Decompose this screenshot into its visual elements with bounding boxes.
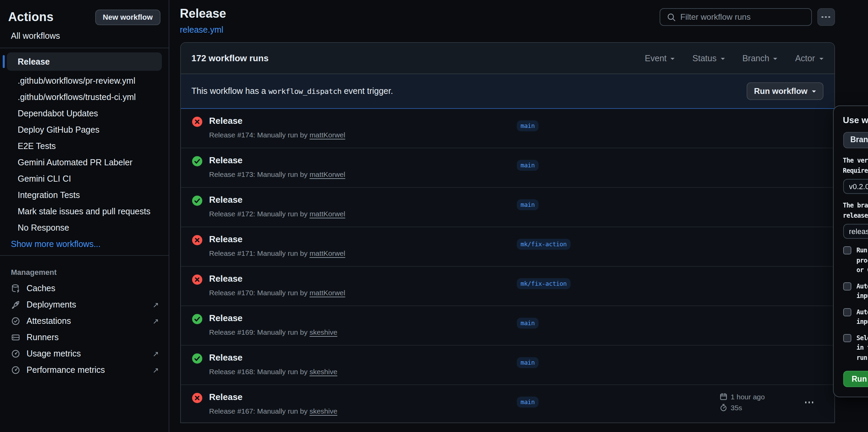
- management-item-caches[interactable]: Caches: [0, 280, 168, 297]
- run-actor-link[interactable]: mattKorwel: [309, 288, 345, 297]
- sidebar-workflow-item-no-response[interactable]: No Response: [7, 220, 161, 236]
- success-status-icon: [191, 156, 202, 178]
- workflow-file-link[interactable]: release.yml: [180, 25, 223, 35]
- run-actor-link[interactable]: mattKorwel: [309, 170, 345, 178]
- branch-badge[interactable]: mk/fix-action: [516, 239, 571, 250]
- run-description: Release #170: Manually run by mattKorwel: [209, 288, 345, 297]
- run-actor-link[interactable]: mattKorwel: [309, 131, 345, 139]
- sidebar: Actions New workflow All workflows Relea…: [0, 0, 169, 432]
- workflow-run-row[interactable]: Release Release #167: Manually run by sk…: [181, 385, 834, 423]
- checkbox[interactable]: [843, 334, 851, 342]
- checkbox-option[interactable]: Auto apply the nightly release tag, inpu…: [843, 281, 868, 301]
- run-name-link[interactable]: Release: [209, 273, 345, 284]
- run-description: Release #174: Manually run by mattKorwel: [209, 131, 345, 139]
- run-description: Release #173: Manually run by mattKorwel: [209, 170, 345, 178]
- workflow-run-row[interactable]: Release Release #172: Manually run by ma…: [181, 188, 834, 227]
- branch-selector-button[interactable]: Branch: main: [843, 132, 868, 148]
- success-status-icon: [191, 195, 202, 218]
- filter-workflow-runs-box[interactable]: [659, 8, 812, 26]
- run-workflow-panel: Use workflow from Branch: main The versi…: [833, 105, 868, 397]
- version-input[interactable]: [843, 179, 868, 194]
- sidebar-workflow-item-deploy-github-pages[interactable]: Deploy GitHub Pages: [7, 122, 161, 138]
- management-item-deployments[interactable]: Deployments ↗: [0, 297, 168, 313]
- branch-badge[interactable]: mk/fix-action: [516, 278, 571, 289]
- workflow-run-row[interactable]: Release Release #171: Manually run by ma…: [181, 227, 834, 267]
- run-kebab-button[interactable]: [805, 401, 814, 403]
- success-status-icon: [191, 353, 202, 376]
- workflow-options-kebab-button[interactable]: [817, 8, 835, 26]
- run-name-link[interactable]: Release: [209, 391, 337, 403]
- run-actor-link[interactable]: skeshive: [309, 407, 337, 415]
- run-name-link[interactable]: Release: [209, 154, 345, 166]
- run-name-link[interactable]: Release: [209, 233, 345, 245]
- branch-badge[interactable]: main: [516, 357, 539, 368]
- sidebar-workflow-item-gemini-cli-ci[interactable]: Gemini CLI CI: [7, 171, 161, 187]
- run-actor-link[interactable]: skeshive: [309, 367, 337, 376]
- run-name-link[interactable]: Release: [209, 194, 345, 205]
- branch-badge[interactable]: main: [516, 397, 539, 408]
- management-item-attestations[interactable]: Attestations ↗: [0, 313, 168, 329]
- workflow-run-row[interactable]: Release Release #169: Manually run by sk…: [181, 306, 834, 346]
- checkbox-option[interactable]: Select to skip the "Run Tests" step in t…: [843, 333, 868, 363]
- workflow-dispatch-banner-text: This workflow has a workflow_dispatch ev…: [191, 86, 393, 96]
- management-item-runners[interactable]: Runners: [0, 329, 168, 346]
- show-more-workflows-link[interactable]: Show more workflows...: [0, 236, 168, 255]
- filter-menu-event[interactable]: Event: [645, 53, 675, 63]
- runs-count-label: 172 workflow runs: [191, 53, 269, 63]
- run-actor-link[interactable]: mattKorwel: [309, 249, 345, 257]
- management-item-performance-metrics[interactable]: Performance metrics ↗: [0, 362, 168, 378]
- sidebar-title: Actions: [8, 10, 53, 24]
- server-icon: [11, 333, 20, 342]
- filter-menu-branch[interactable]: Branch: [742, 53, 777, 63]
- sidebar-divider: [0, 255, 168, 256]
- branch-badge[interactable]: main: [516, 199, 539, 210]
- sidebar-workflow-item-e2e-tests[interactable]: E2E Tests: [7, 138, 161, 154]
- sidebar-workflow-item--github-workflows-trusted-ci-yml[interactable]: .github/workflows/trusted-ci.yml: [7, 89, 161, 105]
- management-item-usage-metrics[interactable]: Usage metrics ↗: [0, 346, 168, 362]
- run-workflow-dropdown-button[interactable]: Run workflow: [747, 82, 823, 100]
- meter-icon: [11, 365, 20, 375]
- verified-icon: [11, 316, 20, 326]
- run-time: 1 hour ago: [731, 393, 765, 401]
- sidebar-workflow-item-release[interactable]: Release: [7, 52, 161, 71]
- checkbox[interactable]: [843, 282, 851, 290]
- branch-badge[interactable]: main: [516, 318, 539, 329]
- run-actor-link[interactable]: mattKorwel: [309, 210, 345, 218]
- new-workflow-button[interactable]: New workflow: [95, 10, 160, 25]
- checkbox[interactable]: [843, 308, 851, 316]
- sidebar-item-all-workflows[interactable]: All workflows: [0, 25, 168, 48]
- panel-checkbox-list: Run a dry-run of the release process; no…: [843, 246, 868, 363]
- sidebar-workflow-item-integration-tests[interactable]: Integration Tests: [7, 187, 161, 203]
- workflow-run-row[interactable]: Release Release #173: Manually run by ma…: [181, 148, 834, 188]
- run-name-link[interactable]: Release: [209, 352, 337, 363]
- chevron-down-icon: [671, 57, 675, 62]
- checkbox[interactable]: [843, 246, 851, 254]
- filter-workflow-runs-input[interactable]: [680, 12, 804, 22]
- runs-filter-menus: Event Status Branch Actor: [645, 53, 823, 63]
- sidebar-workflow-item-gemini-automated-pr-labeler[interactable]: Gemini Automated PR Labeler: [7, 154, 161, 171]
- workflow-run-row[interactable]: Release Release #168: Manually run by sk…: [181, 346, 834, 385]
- run-workflow-submit-button[interactable]: Run workflow: [843, 371, 868, 387]
- failed-status-icon: [191, 116, 202, 139]
- chevron-down-icon: [720, 57, 725, 62]
- workflow-run-row[interactable]: Release Release #174: Manually run by ma…: [181, 109, 834, 148]
- branch-badge[interactable]: main: [516, 160, 539, 171]
- run-name-link[interactable]: Release: [209, 115, 345, 127]
- chevron-down-icon: [773, 57, 778, 62]
- workflow-run-row[interactable]: Release Release #170: Manually run by ma…: [181, 267, 834, 306]
- run-actor-link[interactable]: skeshive: [309, 328, 337, 336]
- sidebar-workflow-item-mark-stale-issues-and-pull-requests[interactable]: Mark stale issues and pull requests: [7, 203, 161, 220]
- checkbox-option[interactable]: Run a dry-run of the release process; no…: [843, 246, 868, 275]
- filter-menu-status[interactable]: Status: [693, 53, 725, 63]
- rocket-icon: [11, 300, 20, 310]
- checkbox-option[interactable]: Auto apply the preview release tag, inpu…: [843, 307, 868, 327]
- run-name-link[interactable]: Release: [209, 312, 337, 324]
- branch-badge[interactable]: main: [516, 120, 539, 131]
- run-description: Release #171: Manually run by mattKorwel: [209, 249, 345, 257]
- sidebar-workflow-item-dependabot-updates[interactable]: Dependabot Updates: [7, 105, 161, 122]
- filter-menu-actor[interactable]: Actor: [795, 53, 823, 63]
- sidebar-workflow-item--github-workflows-pr-review-yml[interactable]: .github/workflows/pr-review.yml: [7, 73, 161, 89]
- page-title: Release: [180, 7, 226, 21]
- workflow-runs-list: Release Release #174: Manually run by ma…: [181, 109, 834, 423]
- ref-input[interactable]: [843, 224, 868, 239]
